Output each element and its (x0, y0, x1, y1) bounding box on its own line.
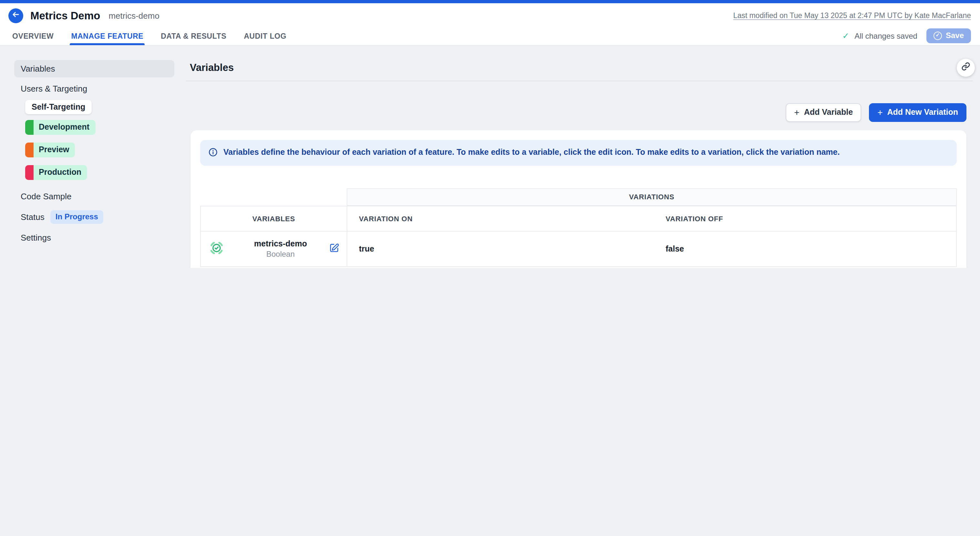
variable-type-icon-cell (200, 231, 232, 267)
edit-icon[interactable] (329, 243, 340, 255)
sidebar-item-env-production[interactable]: Production (25, 165, 174, 182)
env-label: Development (33, 120, 95, 135)
variable-name-cell: metrics-demo Boolean (232, 231, 329, 267)
variable-status-icon (208, 239, 224, 258)
env-color-swatch (25, 165, 33, 180)
environment-pill[interactable]: Development (25, 120, 95, 135)
sidebar-item-env-preview[interactable]: Preview (25, 143, 174, 159)
variables-section-header: Variables (186, 55, 973, 81)
info-icon (208, 147, 218, 156)
sidebar-item-env-development[interactable]: Development (25, 120, 174, 137)
content-area: Variables Users & Targeting Self-Targeti… (0, 46, 980, 268)
sidebar-item-status: Status In Progress (14, 208, 174, 227)
variables-info-text: Variables define the behaviour of each v… (223, 147, 840, 159)
variables-actions: + Add Variable + Add New Variation (186, 103, 966, 122)
col-header-variation-off: VARIATION OFF (666, 205, 957, 231)
env-label: Preview (33, 143, 75, 157)
variables-section-link-button[interactable] (957, 59, 975, 77)
status-label: Status (21, 212, 45, 222)
tab-audit-log[interactable]: AUDIT LOG (244, 27, 286, 45)
tab-overview[interactable]: OVERVIEW (12, 27, 54, 45)
saved-check-icon: ✓ (842, 31, 849, 41)
variable-name: metrics-demo (254, 239, 307, 248)
table-row: metrics-demo Boolean true false (200, 231, 957, 267)
variables-card: Variables define the behaviour of each v… (191, 130, 966, 268)
table-column-header-row: VARIABLES VARIATION ON VARIATION OFF (200, 205, 957, 231)
add-variable-label: Add Variable (804, 108, 853, 117)
add-variable-button[interactable]: + Add Variable (786, 103, 861, 122)
back-button[interactable] (8, 8, 23, 23)
sidebar-item-self-targeting[interactable]: Self-Targeting (25, 100, 174, 114)
environment-pill[interactable]: Production (25, 165, 87, 180)
plus-icon: + (794, 108, 799, 117)
circle-check-icon: ✓ (934, 31, 942, 40)
feature-key: metrics-demo (108, 11, 159, 20)
section-nav-sidebar: Variables Users & Targeting Self-Targeti… (0, 46, 176, 249)
top-accent-bar (0, 0, 980, 3)
variable-type: Boolean (266, 249, 295, 258)
save-button[interactable]: ✓ Save (926, 29, 971, 43)
edit-variable-cell (329, 231, 347, 267)
link-icon (961, 62, 970, 73)
tab-manage-feature[interactable]: MANAGE FEATURE (71, 27, 143, 45)
feature-management-app: Metrics Demo metrics-demo Last modified … (0, 0, 980, 268)
last-modified-text[interactable]: Last modified on Tue May 13 2025 at 2:47… (733, 12, 971, 19)
tab-bar: OVERVIEW MANAGE FEATURE DATA & RESULTS A… (0, 27, 980, 46)
col-header-variation-on: VARIATION ON (347, 205, 666, 231)
env-color-swatch (25, 120, 33, 135)
page-title: Metrics Demo (30, 10, 100, 22)
plus-icon: + (877, 108, 883, 117)
sidebar-item-code-sample[interactable]: Code Sample (14, 188, 174, 205)
self-targeting-pill[interactable]: Self-Targeting (25, 100, 92, 114)
sidebar-item-settings[interactable]: Settings (14, 229, 174, 246)
page-header: Metrics Demo metrics-demo Last modified … (0, 3, 980, 27)
arrow-left-icon (12, 10, 20, 21)
variation-off-value: false (666, 231, 957, 267)
save-zone: ✓ All changes saved ✓ Save (842, 27, 971, 45)
env-label: Production (33, 165, 87, 180)
variations-group-header: VARIATIONS (347, 188, 957, 205)
variation-on-value: true (347, 231, 666, 267)
sidebar-item-users-targeting[interactable]: Users & Targeting (14, 80, 174, 97)
save-button-label: Save (946, 31, 964, 40)
col-header-variables: VARIABLES (200, 205, 347, 231)
status-badge[interactable]: In Progress (50, 210, 103, 224)
environment-pill[interactable]: Preview (25, 143, 75, 157)
variables-info-banner: Variables define the behaviour of each v… (200, 140, 957, 165)
tab-data-results[interactable]: DATA & RESULTS (161, 27, 226, 45)
variations-group-header-row: VARIATIONS (200, 188, 957, 205)
env-color-swatch (25, 143, 33, 157)
save-status-text: All changes saved (854, 31, 917, 40)
sidebar-item-variables[interactable]: Variables (14, 60, 174, 78)
add-new-variation-label: Add New Variation (887, 108, 958, 117)
variables-section-title: Variables (190, 62, 234, 73)
add-new-variation-button[interactable]: + Add New Variation (869, 103, 966, 122)
variables-table: VARIATIONS VARIABLES VARIATION ON VARIAT… (200, 188, 957, 267)
main-panel: Variables + Add Variable + Add New Varia… (186, 46, 980, 268)
